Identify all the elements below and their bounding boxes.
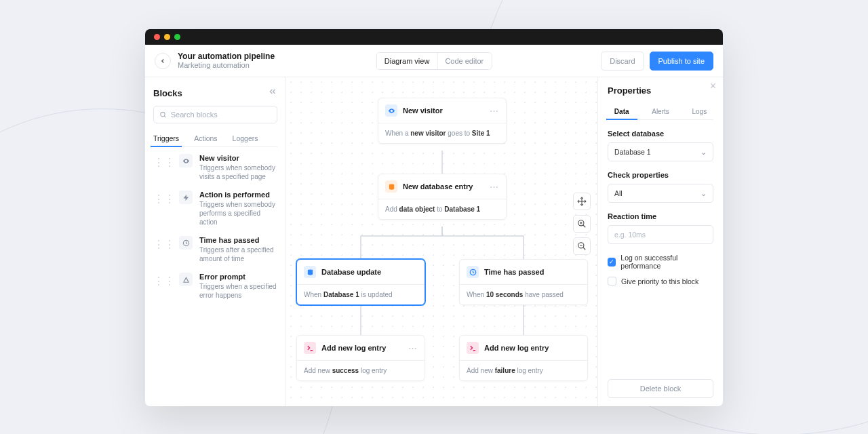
view-toggle: Diagram view Code editor [376, 52, 492, 70]
tab-loggers[interactable]: Loggers [233, 130, 258, 146]
block-item-action[interactable]: ⋮⋮ Action is performed Triggers when som… [153, 191, 277, 226]
select-database[interactable]: Database 1⌄ [608, 142, 713, 161]
close-panel-icon[interactable]: × [710, 80, 716, 92]
block-item-time[interactable]: ⋮⋮ Time has passed Triggers after a spec… [153, 236, 277, 263]
clock-icon [179, 236, 193, 250]
tab-triggers[interactable]: Triggers [153, 130, 179, 146]
back-button[interactable] [155, 53, 171, 69]
svg-line-11 [583, 225, 586, 228]
minimize-traffic-light[interactable] [164, 34, 170, 40]
svg-line-1 [164, 116, 165, 117]
block-item-desc: Triggers when somebody visits a specifie… [199, 163, 277, 181]
chevron-down-icon: ⌄ [701, 148, 707, 156]
window-titlebar [145, 29, 723, 45]
block-item-desc: Triggers when somebody performs a specif… [199, 200, 277, 226]
tab-alerts[interactable]: Alerts [650, 104, 671, 119]
log-success-checkbox-row[interactable]: Log on successful performance [608, 254, 713, 270]
search-icon [159, 111, 167, 119]
delete-block-button[interactable]: Delete block [608, 379, 713, 398]
priority-checkbox-row[interactable]: Give priority to this block [608, 277, 713, 285]
flow-canvas[interactable]: New visitor ⋯ When a new visitor goes to… [286, 77, 597, 406]
node-title: Database update [321, 268, 418, 276]
panel-title: Properties [608, 85, 713, 96]
checkbox-checked-icon [608, 258, 616, 267]
node-body: When a new visitor goes to Site 1 [378, 123, 506, 143]
bolt-icon [179, 191, 193, 204]
node-menu-icon[interactable]: ⋯ [490, 182, 499, 192]
svg-line-15 [583, 248, 586, 250]
node-menu-icon[interactable]: ⋯ [490, 106, 499, 116]
search-input-wrapper[interactable] [153, 106, 277, 123]
block-item-desc: Triggers after a specified amount of tim… [199, 245, 277, 263]
block-item-title: Error prompt [199, 273, 277, 281]
pan-button[interactable] [573, 193, 591, 210]
tab-data[interactable]: Data [613, 104, 631, 119]
app-window: Your automation pipeline Marketing autom… [145, 29, 723, 406]
block-item-error[interactable]: ⋮⋮ Error prompt Triggers when a specifie… [153, 273, 277, 300]
node-body: When Database 1 is updated [297, 285, 425, 304]
header-bar: Your automation pipeline Marketing autom… [145, 45, 723, 77]
blocks-sidebar: Blocks Triggers Actions Loggers ⋮⋮ [145, 77, 286, 406]
block-item-desc: Triggers when a specified error happens [199, 282, 277, 300]
node-body: Add new failure log entry [460, 361, 587, 380]
node-menu-icon[interactable]: ⋯ [408, 343, 418, 353]
node-title: Add new log entry [484, 344, 580, 352]
node-log-success[interactable]: Add new log entry ⋯ Add new success log … [296, 335, 425, 381]
node-title: Add new log entry [321, 344, 408, 352]
zoom-traffic-light[interactable] [174, 34, 180, 40]
node-new-visitor[interactable]: New visitor ⋯ When a new visitor goes to… [378, 98, 507, 144]
select-db-label: Select database [608, 130, 713, 138]
database-icon [385, 180, 397, 193]
node-body: Add data object to Database 1 [378, 199, 506, 219]
properties-panel: × Properties Data Alerts Logs Select dat… [597, 77, 723, 406]
node-title: New visitor [403, 106, 490, 115]
block-item-title: Time has passed [199, 236, 277, 244]
publish-button[interactable]: Publish to site [650, 52, 713, 71]
chevron-down-icon: ⌄ [701, 189, 707, 197]
diagram-view-tab[interactable]: Diagram view [377, 53, 438, 69]
discard-button[interactable]: Discard [601, 52, 644, 71]
select-check-props[interactable]: All⌄ [608, 184, 713, 203]
node-body: Add new success log entry [297, 361, 425, 380]
code-editor-tab[interactable]: Code editor [437, 53, 491, 69]
node-db-entry[interactable]: New database entry ⋯ Add data object to … [378, 174, 507, 220]
svg-point-0 [161, 112, 165, 116]
clock-icon [467, 266, 479, 278]
block-item-title: Action is performed [199, 191, 277, 199]
eye-icon [385, 104, 397, 117]
collapse-sidebar-icon[interactable] [268, 87, 277, 99]
node-title: Time has passed [484, 268, 580, 276]
terminal-icon [304, 342, 316, 354]
block-item-new-visitor[interactable]: ⋮⋮ New visitor Triggers when somebody vi… [153, 154, 277, 181]
reaction-time-input[interactable] [608, 225, 713, 244]
close-traffic-light[interactable] [154, 34, 160, 40]
blocks-tabs: Triggers Actions Loggers [153, 130, 277, 147]
drag-handle-icon: ⋮⋮ [153, 275, 175, 288]
node-log-failure[interactable]: Add new log entry Add new failure log en… [459, 335, 588, 381]
search-input[interactable] [171, 111, 271, 119]
node-time-passed[interactable]: Time has passed When 10 seconds have pas… [459, 259, 588, 305]
database-icon [304, 266, 316, 278]
page-title: Your automation pipeline [178, 52, 275, 61]
tab-actions[interactable]: Actions [194, 130, 217, 146]
node-title: New database entry [403, 182, 490, 191]
zoom-out-button[interactable] [573, 237, 591, 255]
checkbox-icon [608, 277, 616, 285]
header-titles: Your automation pipeline Marketing autom… [178, 52, 275, 70]
reaction-time-label: Reaction time [608, 212, 713, 220]
drag-handle-icon: ⋮⋮ [153, 238, 175, 251]
tab-logs[interactable]: Logs [690, 104, 708, 119]
zoom-in-button[interactable] [573, 215, 591, 233]
check-props-label: Check properties [608, 171, 713, 179]
panel-tabs: Data Alerts Logs [608, 104, 713, 120]
sidebar-title: Blocks [153, 88, 182, 98]
block-item-title: New visitor [199, 154, 277, 162]
terminal-icon [467, 342, 479, 354]
warning-icon [179, 273, 193, 286]
node-db-update[interactable]: Database update When Database 1 is updat… [296, 259, 425, 305]
drag-handle-icon: ⋮⋮ [153, 156, 175, 169]
drag-handle-icon: ⋮⋮ [153, 193, 175, 205]
node-body: When 10 seconds have passed [460, 285, 587, 304]
eye-icon [179, 154, 193, 167]
page-subtitle: Marketing automation [178, 61, 275, 70]
